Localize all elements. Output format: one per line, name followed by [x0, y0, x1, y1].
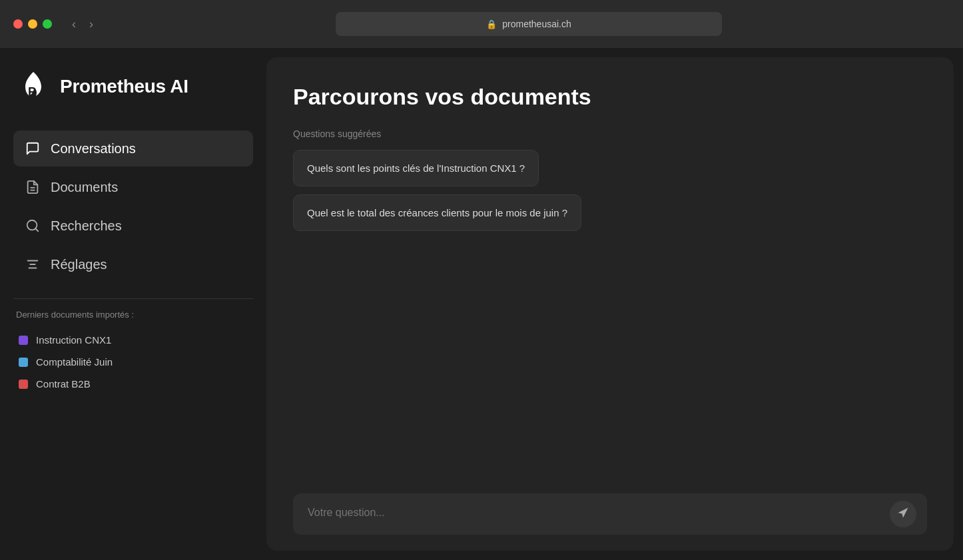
nav-divider — [13, 298, 253, 299]
browser-chrome: ‹ › 🔒 prometheusai.ch — [0, 0, 963, 48]
documents-icon — [24, 178, 41, 196]
conversations-icon — [24, 140, 41, 157]
app-title: Prometheus AI — [60, 76, 188, 97]
doc-item-cnx1[interactable]: Instruction CNX1 — [16, 329, 250, 351]
svg-text:P: P — [28, 85, 36, 99]
doc-item-contrat[interactable]: Contrat B2B — [16, 373, 250, 395]
app-container: P Prometheus AI Conversations — [0, 48, 963, 560]
suggestion-text-2: Quel est le total des créances clients p… — [307, 207, 567, 218]
sidebar-item-recherches[interactable]: Recherches — [13, 208, 253, 244]
suggestion-card-1[interactable]: Quels sont les points clés de l'Instruct… — [293, 150, 539, 186]
svg-line-4 — [35, 228, 38, 231]
sidebar-item-conversations[interactable]: Conversations — [13, 131, 253, 166]
traffic-lights — [13, 19, 52, 29]
doc-dot-contrat — [19, 380, 28, 389]
forward-button[interactable]: › — [85, 16, 97, 33]
nav-buttons: ‹ › — [68, 16, 97, 33]
doc-dot-cnx1 — [19, 336, 28, 345]
nav-section: Conversations Documents — [13, 131, 253, 282]
doc-name-contrat: Contrat B2B — [36, 378, 91, 390]
search-icon — [24, 217, 41, 234]
url-display: prometheusai.ch — [502, 19, 571, 29]
documents-label: Documents — [51, 180, 118, 195]
traffic-light-close[interactable] — [13, 19, 23, 29]
main-content: Parcourons vos documents Questions suggé… — [266, 57, 954, 551]
settings-icon — [24, 256, 41, 273]
doc-name-comptabilite: Comptabilité Juin — [36, 356, 113, 368]
suggestion-cards: Quels sont les points clés de l'Instruct… — [293, 150, 927, 231]
doc-name-cnx1: Instruction CNX1 — [36, 334, 111, 346]
sidebar-item-reglages[interactable]: Réglages — [13, 246, 253, 282]
send-icon — [897, 507, 909, 522]
suggestion-text-1: Quels sont les points clés de l'Instruct… — [307, 162, 525, 174]
address-bar[interactable]: 🔒 prometheusai.ch — [336, 12, 722, 36]
conversations-label: Conversations — [51, 141, 136, 156]
sidebar: P Prometheus AI Conversations — [0, 48, 266, 560]
recent-section-title: Derniers documents importés : — [16, 310, 250, 320]
page-title: Parcourons vos documents — [293, 84, 927, 110]
recent-section: Derniers documents importés : Instructio… — [13, 310, 253, 395]
sidebar-item-documents[interactable]: Documents — [13, 169, 253, 205]
input-area — [293, 493, 927, 535]
suggestions-label: Questions suggérées — [293, 129, 927, 139]
traffic-light-minimize[interactable] — [28, 19, 37, 29]
lock-icon: 🔒 — [486, 19, 497, 29]
doc-dot-comptabilite — [19, 358, 28, 367]
back-button[interactable]: ‹ — [68, 16, 80, 33]
doc-item-comptabilite[interactable]: Comptabilité Juin — [16, 351, 250, 373]
suggestion-card-2[interactable]: Quel est le total des créances clients p… — [293, 194, 581, 231]
recherches-label: Recherches — [51, 218, 122, 234]
reglages-label: Réglages — [51, 257, 107, 272]
send-button[interactable] — [890, 501, 916, 527]
chat-input-wrapper — [293, 493, 927, 535]
logo-section: P Prometheus AI — [13, 64, 253, 109]
traffic-light-fullscreen[interactable] — [43, 19, 52, 29]
app-logo-icon: P — [16, 69, 51, 104]
chat-input[interactable] — [308, 507, 887, 519]
